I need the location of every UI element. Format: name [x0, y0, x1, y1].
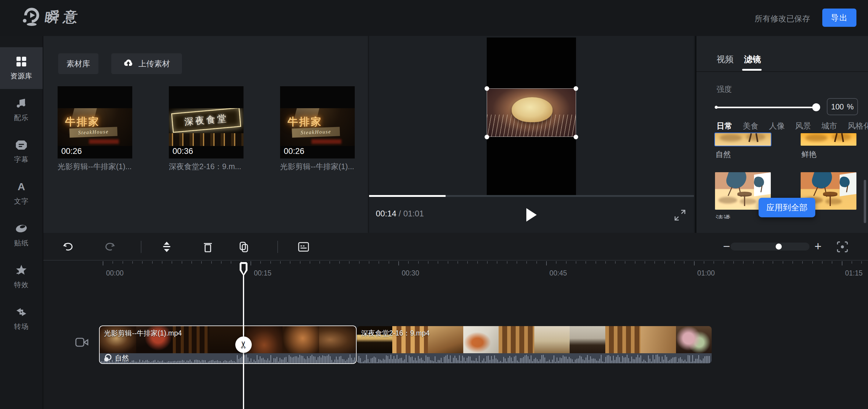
preview-video-frame[interactable]: [487, 88, 576, 137]
clip-filter-badge[interactable]: 自然: [103, 353, 129, 363]
upload-material-button[interactable]: 上传素材: [111, 53, 182, 74]
strength-slider-thumb[interactable]: [812, 103, 820, 111]
filter-category-5[interactable]: 城市: [822, 121, 837, 131]
selection-handle-top-left[interactable]: [485, 86, 489, 91]
inspector-scrollbar[interactable]: [864, 180, 866, 223]
ruler-label: 00:00: [106, 269, 124, 277]
ruler-label: 00:15: [254, 269, 272, 277]
selection-handle-bottom-right[interactable]: [574, 135, 578, 139]
undo-button[interactable]: [62, 240, 75, 254]
apply-to-all-button[interactable]: 应用到全部: [758, 198, 815, 217]
ruler-label: 01:00: [697, 269, 715, 277]
delete-button[interactable]: [201, 240, 215, 254]
media-panel: 素材库 上传素材 牛排家 SteakHouse 00:26 光影剪辑--牛排家(…: [43, 36, 368, 233]
grid-icon: [15, 56, 27, 68]
preview-canvas: [487, 37, 576, 195]
save-status: 所有修改已保存: [755, 13, 810, 24]
media-filename: 光影剪辑--牛排家(1)...: [58, 161, 132, 171]
text-icon: A: [15, 181, 27, 193]
media-item-3[interactable]: 牛排家 SteakHouse 00:26 光影剪辑--牛排家(1)...: [280, 86, 355, 158]
time-display: 00:14 / 01:01: [376, 209, 424, 219]
ruler-label: 01:15: [845, 269, 863, 277]
total-time: 01:01: [403, 209, 424, 218]
filter-category-6[interactable]: 风格化: [847, 121, 868, 131]
timeline-zoom-thumb[interactable]: [776, 244, 782, 250]
transition-icon: [15, 306, 27, 318]
play-button[interactable]: [521, 204, 542, 225]
timeline-zoom-in-button[interactable]: +: [812, 240, 824, 252]
filter-icon: [103, 353, 113, 363]
app-logo: 瞬意: [23, 7, 82, 27]
ruler-label: 00:45: [550, 269, 567, 277]
video-editor-app: 瞬意 所有修改已保存 导出 资源库 配乐 字幕 A 文字 贴纸 特效 转场 素材…: [0, 0, 868, 409]
sidebar-item-5[interactable]: 贴纸: [0, 214, 43, 256]
filter-category-1[interactable]: 日常: [716, 121, 733, 131]
svg-text:A: A: [18, 181, 25, 192]
filter-name: 自然: [716, 149, 731, 159]
timeline-clip-1[interactable]: 光影剪辑--牛排家(1).mp4自然: [100, 326, 356, 363]
video-track-icon: [75, 337, 90, 349]
inspector-panel: 视频 滤镜 强度 100 % 日常美食人像风景城市风格化 自然 鲜艳 清透 应用…: [695, 36, 868, 233]
tab-video[interactable]: 视频: [716, 54, 734, 65]
fullscreen-button[interactable]: [673, 209, 687, 222]
sticker-icon: [15, 222, 27, 235]
split-button[interactable]: [160, 240, 174, 254]
strength-value-box[interactable]: 100 %: [827, 98, 858, 115]
preview-controls: 00:14 / 01:01: [369, 197, 694, 233]
filter-category-2[interactable]: 美食: [743, 121, 758, 131]
sidebar: 资源库 配乐 字幕 A 文字 贴纸 特效 转场: [0, 36, 43, 409]
timeline-clip-2[interactable]: 深夜食堂2-16：9.mp4: [357, 326, 712, 363]
sidebar-item-2[interactable]: 配乐: [0, 89, 43, 131]
media-item-2[interactable]: 深夜食堂 00:36 深夜食堂2-16：9.m...: [169, 86, 244, 158]
selection-handle-bottom-left[interactable]: [485, 135, 489, 139]
cloud-upload-icon: [123, 59, 133, 69]
playhead-handle[interactable]: [240, 262, 247, 276]
media-duration: 00:36: [173, 147, 193, 156]
play-icon: [526, 208, 537, 222]
sidebar-item-1[interactable]: 资源库: [0, 47, 43, 89]
media-duration: 00:26: [284, 147, 305, 156]
audio-waveform: [100, 353, 356, 363]
export-button[interactable]: 导出: [822, 8, 857, 27]
strength-slider[interactable]: [716, 107, 815, 108]
strength-label: 强度: [716, 84, 732, 94]
tab-filter[interactable]: 滤镜: [744, 54, 761, 65]
filter-categories: 日常美食人像风景城市风格化: [716, 121, 868, 131]
clip-name: 光影剪辑--牛排家(1).mp4: [104, 328, 182, 338]
media-filename: 深夜食堂2-16：9.m...: [169, 161, 244, 171]
scissors-icon: ✂: [239, 341, 248, 349]
material-library-button[interactable]: 素材库: [58, 53, 98, 74]
fit-timeline-button[interactable]: [836, 240, 849, 254]
current-time: 00:14: [376, 209, 397, 218]
media-duration: 00:26: [61, 147, 82, 156]
logo-text: 瞬意: [44, 8, 83, 27]
logo-icon: [23, 7, 40, 27]
redo-button[interactable]: [103, 240, 117, 254]
timeline-toolbar: − +: [43, 233, 868, 260]
sidebar-item-6[interactable]: 特效: [0, 256, 43, 298]
audio-waveform: [357, 353, 712, 363]
copy-button[interactable]: [237, 240, 250, 254]
topbar: 瞬意 所有修改已保存 导出: [0, 0, 868, 36]
media-filename: 光影剪辑--牛排家(1)...: [280, 161, 355, 171]
subtitle-icon: [15, 139, 27, 151]
inspector-tabs: 视频 滤镜: [696, 36, 868, 72]
filter-name: 鲜艳: [801, 149, 816, 159]
music-icon: [15, 97, 27, 109]
ruler-label: 00:30: [402, 269, 420, 277]
filter-name: 清透: [716, 213, 731, 219]
split-scissors-button[interactable]: ✂: [235, 337, 252, 353]
preview-panel: 00:14 / 01:01: [369, 36, 694, 233]
sidebar-item-7[interactable]: 转场: [0, 298, 43, 340]
clip-name: 深夜食堂2-16：9.mp4: [361, 328, 430, 338]
filter-category-4[interactable]: 风景: [795, 121, 811, 131]
media-item-1[interactable]: 牛排家 SteakHouse 00:26 光影剪辑--牛排家(1)...: [58, 86, 132, 158]
timeline[interactable]: 00:0000:1500:3000:4501:0001:15 光影剪辑--牛排家…: [43, 261, 868, 409]
timeline-zoom-slider[interactable]: [731, 243, 809, 251]
selection-handle-top-right[interactable]: [574, 86, 578, 91]
sidebar-item-3[interactable]: 字幕: [0, 131, 43, 172]
sidebar-item-4[interactable]: A 文字: [0, 172, 43, 214]
filter-category-3[interactable]: 人像: [769, 121, 785, 131]
captions-button[interactable]: [297, 240, 310, 254]
effects-icon: [15, 264, 27, 276]
